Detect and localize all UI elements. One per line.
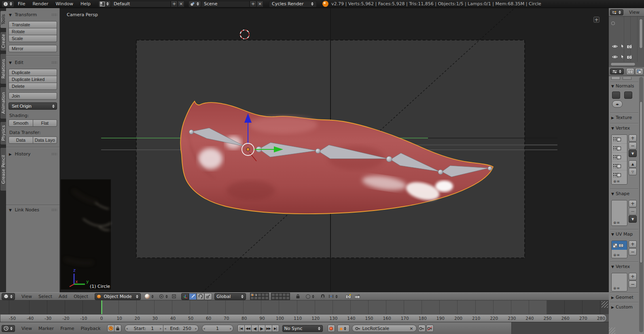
data-transfer-layout-button[interactable]: Data Layo — [33, 136, 57, 144]
tab-relations[interactable]: Relations — [0, 53, 6, 84]
bone-joint[interactable] — [438, 170, 443, 174]
list-filter-icon[interactable]: ⊕≡ — [613, 179, 620, 183]
visibility-eye-icon[interactable] — [612, 44, 618, 49]
timeline-frame-scrollbar[interactable]: -50-40-30-20-100102030405060708090100110… — [0, 314, 607, 322]
list-filter-icon[interactable]: ⊕≡ — [613, 221, 620, 225]
layer-toggle[interactable] — [254, 293, 258, 296]
list-filter-icon[interactable]: ⊕≡ — [613, 253, 620, 257]
editor-corner-grip[interactable] — [609, 328, 615, 334]
timeline-playhead[interactable] — [101, 300, 102, 314]
screen-layout-icon-button[interactable] — [98, 1, 111, 7]
delete-scene-button[interactable]: × — [256, 1, 263, 7]
timeline-canvas[interactable] — [0, 300, 609, 314]
renderability-camera-icon[interactable] — [627, 55, 632, 59]
layer-toggle[interactable] — [254, 296, 258, 300]
scale-button[interactable]: Scale — [8, 35, 57, 42]
layer-toggle[interactable] — [282, 296, 286, 300]
next-keyframe-button[interactable]: ▶▶ — [265, 325, 272, 332]
layer-toggle[interactable] — [279, 296, 282, 300]
panel-header-vertex-groups[interactable]: ▼Vertex — [611, 126, 630, 131]
render-engine-dropdown[interactable]: Cycles Render — [269, 1, 317, 7]
selectability-cursor-icon[interactable] — [620, 44, 625, 49]
menu-render[interactable]: Render — [29, 1, 52, 6]
panel-header-transform[interactable]: ▼ Transform — [6, 11, 59, 18]
menu-file[interactable]: File — [14, 1, 29, 6]
properties-tab-scene[interactable] — [635, 68, 643, 75]
auto-keyframe-record-button[interactable] — [328, 325, 335, 332]
list-filter-icon[interactable]: ⊕≡ — [613, 286, 620, 290]
uv-map-remove-button[interactable]: − — [629, 248, 637, 255]
vertex-groups-list[interactable]: ⊕≡ — [611, 134, 627, 185]
layer-toggle[interactable] — [286, 296, 290, 300]
uv-map-add-button[interactable]: + — [629, 240, 637, 248]
shape-key-specials-menu[interactable]: ▼ — [629, 215, 637, 223]
mode-dropdown[interactable]: Object Mode — [95, 293, 141, 300]
layer-toggle[interactable] — [275, 293, 279, 296]
shading-dropdown[interactable] — [143, 293, 156, 300]
outliner-horizontal-scrollbar[interactable] — [610, 62, 636, 66]
vertex-color-remove-button[interactable]: − — [629, 281, 637, 288]
vertex-colors-list[interactable]: ⊕≡ — [611, 273, 627, 291]
menu-help[interactable]: Help — [77, 1, 94, 6]
vertex-group-item[interactable] — [612, 170, 627, 179]
vertex-group-move-up-button[interactable]: ▲ — [629, 160, 637, 168]
layer-toggle[interactable] — [265, 296, 269, 300]
delete-keyframes-button[interactable] — [426, 325, 434, 332]
join-button[interactable]: Join — [8, 92, 57, 100]
uv-maps-list[interactable]: ⊕≡ — [611, 240, 627, 258]
panel-header-vertex-colors[interactable]: ▼Vertex — [611, 264, 630, 269]
vertex-group-remove-button[interactable]: − — [629, 142, 637, 149]
editor-type-3dview-button[interactable] — [2, 293, 15, 300]
translate-button[interactable]: Translate — [8, 21, 57, 28]
scene-name-field[interactable]: Scene — [201, 1, 250, 7]
editor-type-info-button[interactable]: i — [2, 1, 14, 7]
selectability-cursor-icon[interactable] — [620, 54, 625, 59]
panel-header-history[interactable]: ▶ History — [6, 151, 59, 157]
frame-start-field[interactable]: ◂Start: 1▸ — [125, 325, 163, 332]
tl-menu-marker[interactable]: Marker — [35, 326, 57, 331]
rotate-button[interactable]: Rotate — [8, 28, 57, 35]
panel-header-link-nodes[interactable]: ▼ Link Nodes — [6, 206, 59, 213]
sync-mode-dropdown[interactable]: No Sync — [282, 325, 323, 332]
3d-viewport[interactable]: z x y Camera Persp (1) Circle + — [60, 8, 609, 292]
renderability-camera-icon[interactable] — [627, 44, 632, 49]
layer-toggle[interactable] — [258, 293, 261, 296]
shape-key-add-button[interactable]: + — [629, 200, 637, 207]
opengl-render-image-button[interactable] — [344, 293, 353, 300]
editor-type-properties-button[interactable] — [610, 68, 624, 74]
panel-header-edit[interactable]: ▼ Edit — [6, 59, 59, 66]
open-sidebar-plus-button[interactable]: + — [593, 17, 600, 23]
vp-menu-view[interactable]: View — [18, 294, 35, 299]
clear-keying-set-icon[interactable]: × — [409, 326, 413, 331]
manipulator-scale-toggle[interactable] — [204, 293, 212, 300]
3d-scene[interactable]: z x y — [60, 8, 609, 292]
vp-menu-select[interactable]: Select — [35, 294, 55, 299]
tab-create[interactable]: Create — [0, 32, 6, 51]
scene-lock-toggle[interactable] — [294, 293, 302, 300]
normals-auto-smooth-toggle[interactable] — [612, 91, 620, 99]
screen-layout-name-field[interactable]: Default — [111, 1, 171, 7]
tl-menu-playback[interactable]: Playback — [77, 326, 104, 331]
editor-corner-grip[interactable] — [602, 301, 608, 308]
layer-toggle[interactable] — [250, 296, 254, 300]
tab-tools[interactable]: Tools — [0, 11, 6, 28]
tl-menu-view[interactable]: View — [18, 326, 35, 331]
data-transfer-data-button[interactable]: Data — [8, 136, 33, 144]
play-button[interactable]: ▶ — [258, 325, 265, 332]
properties-scrollbar-thumb[interactable] — [640, 101, 643, 263]
active-keying-set-field[interactable]: LocRotScale × — [352, 325, 417, 332]
3d-cursor[interactable] — [238, 28, 251, 41]
set-origin-dropdown[interactable]: Set Origin — [8, 102, 57, 110]
shape-keys-list[interactable]: ⊕≡ — [611, 200, 627, 226]
vertex-group-item[interactable] — [612, 162, 627, 170]
layer-toggle[interactable] — [271, 293, 275, 296]
outliner-vertical-scrollbar[interactable] — [639, 19, 643, 49]
panel-header-geometry-data[interactable]: ▶Geomet — [611, 295, 633, 300]
opengl-render-animation-button[interactable] — [353, 293, 362, 300]
visibility-eye-icon[interactable] — [612, 55, 618, 59]
layer-toggle[interactable] — [261, 296, 265, 300]
manipulator-translate-toggle[interactable] — [189, 293, 197, 300]
play-reverse-button[interactable]: ◀ — [251, 325, 258, 332]
pivot-align-toggle[interactable] — [170, 293, 178, 300]
current-frame-field[interactable]: ◂ 1 ▸ — [202, 325, 233, 332]
